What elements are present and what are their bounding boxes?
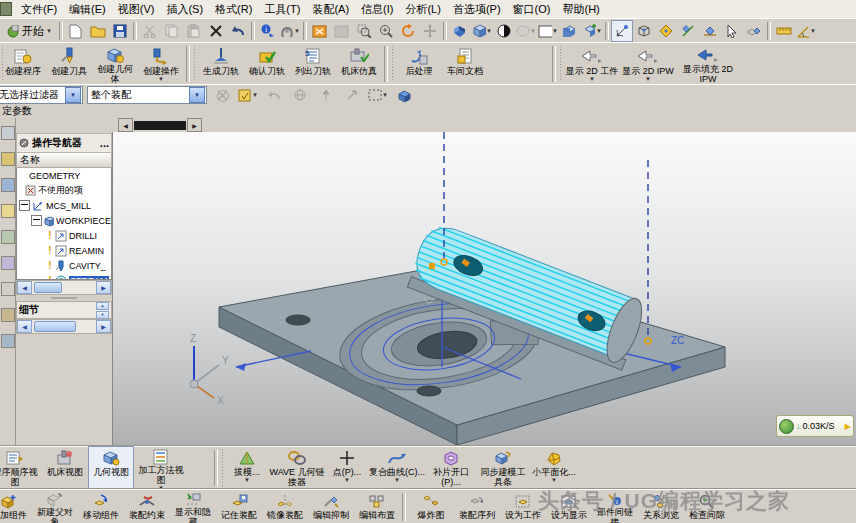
part-navigator-icon[interactable] bbox=[1, 178, 15, 192]
point-button[interactable]: 点(P)... ▼ bbox=[326, 446, 368, 489]
zoom-box-button[interactable] bbox=[353, 20, 375, 42]
machining-method-view-button[interactable]: 加工方法视图 ▼ bbox=[134, 446, 188, 489]
clip-section-button[interactable] bbox=[559, 20, 581, 42]
menu-analysis[interactable]: 分析(L) bbox=[399, 1, 446, 18]
generate-toolpath-button[interactable]: 生成刀轨 bbox=[198, 43, 244, 85]
touch-mode-button[interactable]: ▼ bbox=[279, 20, 301, 42]
verify-toolpath-button[interactable]: 确认刀轨 bbox=[244, 43, 290, 85]
graphics-viewport[interactable]: XC ZC bbox=[112, 132, 856, 445]
toolbar-grip[interactable] bbox=[391, 46, 395, 82]
tree-item-streamline[interactable]: ! STREAM bbox=[17, 273, 111, 280]
tree-item-unused[interactable]: 不使用的项 bbox=[17, 183, 111, 198]
select-up-button[interactable] bbox=[315, 84, 337, 106]
show-filled-2d-ipw-button[interactable]: 显示填充 2D IPW ▼ bbox=[676, 43, 740, 85]
tree-item-drilling[interactable]: ! DRILLI bbox=[17, 228, 111, 243]
synchronous-modeling-button[interactable]: 同步建模工具条 bbox=[476, 446, 530, 489]
shaded-select-button[interactable] bbox=[393, 84, 415, 106]
create-geometry-button[interactable]: 创建几何体 bbox=[92, 43, 138, 85]
scroll-left-button[interactable]: ◀ bbox=[17, 281, 32, 294]
edit-arrangements-button[interactable]: 编辑布置 bbox=[354, 489, 400, 523]
menu-file[interactable]: 文件(F) bbox=[15, 1, 63, 18]
scrollbar-thumb[interactable] bbox=[34, 282, 62, 293]
display-mode-button[interactable] bbox=[493, 20, 515, 42]
remember-assembly-button[interactable]: 记住装配 bbox=[216, 489, 262, 523]
measure-angle-button[interactable]: ▼ bbox=[795, 20, 817, 42]
add-component-button[interactable]: 添加组件 bbox=[0, 489, 32, 523]
reset-filter-button[interactable] bbox=[211, 84, 233, 106]
cut-button[interactable] bbox=[139, 20, 161, 42]
show-2d-workpiece-button[interactable]: 显示 2D 工件 ▼ bbox=[564, 43, 620, 85]
shaded-button[interactable] bbox=[449, 20, 471, 42]
undo-button[interactable] bbox=[227, 20, 249, 42]
wave-geometry-linker-button[interactable]: WAVE 几何链接器 bbox=[268, 446, 326, 489]
menu-tools[interactable]: 工具(T) bbox=[258, 1, 306, 18]
fill-view-button[interactable] bbox=[331, 20, 353, 42]
menu-help[interactable]: 帮助(H) bbox=[556, 1, 605, 18]
highlight-selection-button[interactable]: ▼ bbox=[237, 84, 259, 106]
composite-curve-button[interactable]: 复合曲线(C)... ▼ bbox=[368, 446, 426, 489]
all-in-assembly-button[interactable] bbox=[289, 84, 311, 106]
scroll-right-button[interactable]: ▶ bbox=[96, 320, 111, 333]
menu-information[interactable]: 信息(I) bbox=[355, 1, 399, 18]
tree-item-cavity-mill[interactable]: ! CAVITY_ bbox=[17, 258, 111, 273]
copy-button[interactable] bbox=[161, 20, 183, 42]
expand-arrow-icon[interactable]: ▶ bbox=[845, 422, 851, 431]
dropdown-arrow-icon[interactable]: ▼ bbox=[189, 87, 205, 103]
information-button[interactable]: i bbox=[257, 20, 279, 42]
postprocess-button[interactable]: 后处理 bbox=[396, 43, 442, 85]
select-cursor-button[interactable] bbox=[721, 20, 743, 42]
navigator-more-button[interactable]: ... bbox=[100, 137, 109, 149]
snap-point-button[interactable] bbox=[655, 20, 677, 42]
collapse-icon[interactable] bbox=[31, 215, 42, 226]
create-program-button[interactable]: 创建程序 bbox=[0, 43, 46, 85]
assembly-constraints-button[interactable]: 装配约束 bbox=[124, 489, 170, 523]
previous-selection-button[interactable] bbox=[263, 84, 285, 106]
history-icon[interactable] bbox=[1, 334, 15, 348]
menu-format[interactable]: 格式(R) bbox=[209, 1, 258, 18]
geometry-view-button[interactable]: 几何视图 bbox=[88, 446, 134, 489]
model-canvas[interactable]: XC ZC bbox=[113, 132, 856, 445]
snap-end-button[interactable] bbox=[677, 20, 699, 42]
internet-explorer-icon[interactable] bbox=[1, 308, 15, 322]
toolbar-grip[interactable] bbox=[221, 449, 225, 486]
network-speed-badge[interactable]: ↓ 0.03K/S ▶ bbox=[776, 415, 854, 437]
collapse-icon[interactable] bbox=[19, 200, 30, 211]
selection-scope-combo[interactable]: 整个装配 ▼ bbox=[87, 86, 207, 104]
snap-point-scene-button[interactable] bbox=[611, 20, 633, 42]
hd3d-tools-icon[interactable] bbox=[1, 282, 15, 296]
save-button[interactable] bbox=[109, 20, 131, 42]
menu-edit[interactable]: 编辑(E) bbox=[63, 1, 112, 18]
new-parent-button[interactable]: 新建父对象 bbox=[32, 489, 78, 523]
spin-down-button[interactable]: ▼ bbox=[96, 311, 109, 319]
machine-navigator-icon[interactable] bbox=[1, 230, 15, 244]
snap-face-button[interactable] bbox=[743, 20, 765, 42]
toolbar-grip[interactable] bbox=[559, 46, 563, 82]
paste-button[interactable] bbox=[183, 20, 205, 42]
dropdown-arrow-icon[interactable]: ▼ bbox=[65, 87, 81, 103]
shop-documentation-button[interactable]: 车间文档 bbox=[442, 43, 488, 85]
edit-suppression-button[interactable]: 编辑抑制 bbox=[308, 489, 354, 523]
rotate-view-button[interactable] bbox=[397, 20, 419, 42]
dock-handle[interactable] bbox=[134, 121, 186, 130]
machine-simulate-button[interactable]: 机床仿真 bbox=[336, 43, 382, 85]
reuse-library-icon[interactable] bbox=[1, 256, 15, 270]
navigator-pin-icon[interactable] bbox=[19, 138, 29, 148]
create-tool-button[interactable]: 创建刀具 bbox=[46, 43, 92, 85]
constraint-navigator-icon[interactable] bbox=[1, 152, 15, 166]
menu-insert[interactable]: 插入(S) bbox=[160, 1, 209, 18]
create-operation-button[interactable]: 创建操作 ▼ bbox=[138, 43, 184, 85]
menu-window[interactable]: 窗口(O) bbox=[507, 1, 557, 18]
details-horizontal-scrollbar[interactable]: ◀ ▶ bbox=[16, 319, 112, 334]
assembly-navigator-icon[interactable] bbox=[1, 126, 15, 140]
mirror-assembly-button[interactable]: 镜像装配 bbox=[262, 489, 308, 523]
menu-preferences[interactable]: 首选项(P) bbox=[447, 1, 507, 18]
draft-button[interactable]: 拔模... ▼ bbox=[226, 446, 268, 489]
selection-filter-combo[interactable]: 无选择过滤器 ▼ bbox=[0, 86, 83, 104]
scroll-left-button[interactable]: ◀ bbox=[17, 320, 32, 333]
open-button[interactable] bbox=[87, 20, 109, 42]
operation-navigator-icon[interactable] bbox=[1, 204, 15, 218]
start-button[interactable]: 开始 ▼ bbox=[2, 22, 57, 41]
move-component-button[interactable]: 移动组件 bbox=[78, 489, 124, 523]
tree-item-workpiece[interactable]: WORKPIECE bbox=[17, 213, 111, 228]
menu-assemblies[interactable]: 装配(A) bbox=[306, 1, 355, 18]
